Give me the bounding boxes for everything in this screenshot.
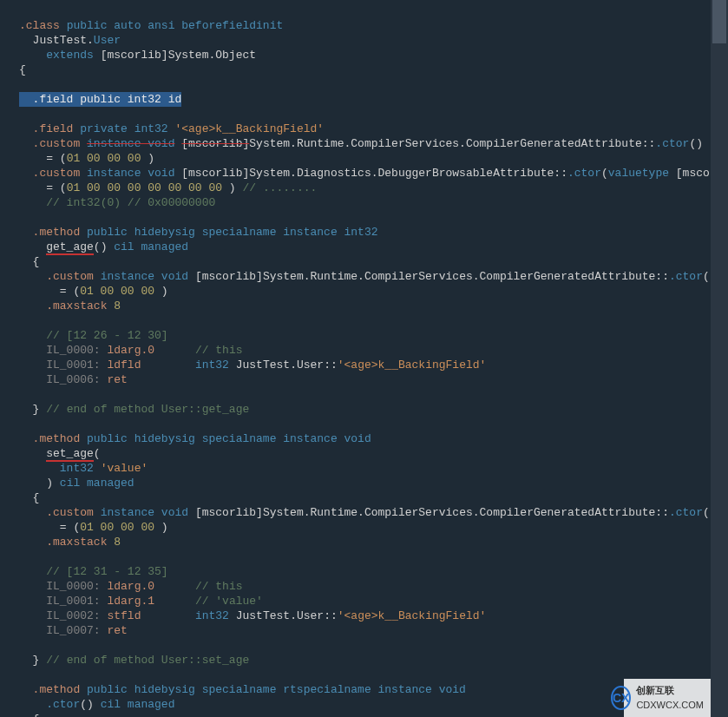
end: ) (222, 181, 236, 194)
eq: = ( (60, 285, 80, 298)
directive: .method (33, 683, 81, 696)
code-editor[interactable]: .class public auto ansi beforefieldinit … (0, 0, 711, 717)
modifiers: private int32 (80, 122, 167, 135)
ctor: .ctor (567, 167, 601, 180)
maxstack: .maxstack (46, 299, 107, 312)
end: ) (141, 152, 154, 165)
modifiers: public hidebysig specialname rtspecialna… (87, 683, 466, 696)
bytes: 01 00 00 00 (67, 152, 141, 165)
directive: .custom (46, 506, 94, 519)
end-comment: // end of method User::get_age (46, 403, 249, 416)
valuetype: valuetype (608, 167, 669, 180)
il-target: JustTest.User:: (236, 609, 338, 622)
attr-type: System.Runtime.CompilerServices.Compiler… (263, 270, 669, 283)
arg-name: 'value' (101, 462, 148, 475)
il-op: ldarg.0 (107, 580, 154, 593)
lib-ref: [mscorlib] (181, 137, 249, 150)
parens: () (689, 137, 703, 150)
il-label: IL_0000: (46, 580, 100, 593)
eq: = ( (46, 181, 66, 194)
ctor: .ctor (669, 506, 703, 519)
brace: { (33, 713, 40, 717)
attr-type: System.Diagnostics.DebuggerBrowsableAttr… (249, 167, 567, 180)
modifiers: instance void (87, 137, 174, 150)
il-label: IL_0002: (46, 609, 100, 622)
watermark-text: 创新互联 CDXWCX.COM (636, 683, 704, 713)
modifiers: instance void (101, 506, 188, 519)
selected-line: .field public int32 id (19, 92, 181, 107)
il-type: int32 (195, 358, 229, 372)
eq: = ( (60, 521, 80, 534)
vertical-scrollbar[interactable] (711, 0, 728, 717)
bytes: 01 00 00 00 00 00 00 00 (67, 181, 222, 194)
sig: () (80, 698, 94, 711)
sig: () (94, 240, 108, 253)
arg-type: int32 (60, 462, 94, 475)
il-field: '<age>k__BackingField' (338, 358, 487, 372)
brace: } (33, 654, 40, 667)
end: ) (154, 285, 168, 298)
brace: { (33, 255, 40, 268)
parens: () (703, 270, 711, 283)
paren: ( (94, 447, 101, 460)
attr-type: System.Runtime.CompilerServices.Compiler… (249, 137, 655, 150)
lib-ref: [mscorlib] (181, 167, 249, 180)
modifiers: instance void (101, 270, 188, 283)
directive: .field (33, 122, 74, 135)
lib-ref: [mscorlib] (195, 506, 263, 519)
cil: cil managed (101, 698, 175, 711)
namespace: JustTest (33, 34, 87, 47)
il-label: IL_0000: (46, 344, 100, 357)
ctor: .ctor (669, 270, 703, 283)
ctor-name: .ctor (46, 698, 80, 711)
il-label: IL_0006: (46, 373, 100, 386)
ctor: .ctor (655, 137, 689, 150)
scrollbar-thumb[interactable] (712, 0, 726, 43)
parens: () (703, 506, 711, 519)
range-comment: // [12 26 - 12 30] (46, 329, 167, 342)
brace: { (33, 491, 40, 504)
comment: // int32(0) // 0x00000000 (46, 196, 215, 209)
directive: .custom (46, 270, 94, 283)
cil: cil managed (114, 240, 188, 253)
il-target: JustTest.User:: (236, 358, 338, 372)
class-name: User (94, 34, 121, 47)
il-op: stfld (107, 609, 141, 622)
directive: .custom (33, 167, 81, 180)
bytes: 01 00 00 00 (80, 521, 154, 534)
attr-type: System.Runtime.CompilerServices.Compiler… (263, 506, 669, 519)
watermark: CX 创新互联 CDXWCX.COM (624, 679, 711, 717)
directive: .class (19, 19, 60, 32)
il-op: ldarg.0 (107, 344, 154, 357)
range-comment: // [12 31 - 12 35] (46, 565, 167, 578)
directive: .method (33, 226, 81, 239)
modifiers: public auto ansi beforefieldinit (67, 19, 284, 32)
comment: // ........ (242, 181, 317, 194)
maxstack-n: 8 (114, 299, 121, 312)
brace: } (33, 403, 40, 416)
il-label: IL_0001: (46, 595, 100, 608)
il-comment: // this (195, 344, 243, 357)
il-label: IL_0007: (46, 624, 100, 637)
lib-ref: [mscorlib] (195, 270, 263, 283)
il-label: IL_0001: (46, 358, 100, 372)
cil: cil managed (60, 477, 134, 490)
modifiers: public hidebysig specialname instance vo… (87, 432, 371, 445)
il-comment: // this (195, 580, 243, 593)
paren: ) (46, 477, 53, 490)
maxstack: .maxstack (46, 536, 107, 549)
method-name-get-age: get_age (46, 240, 94, 255)
eq: = ( (46, 152, 66, 165)
base-type: System.Object (168, 49, 256, 62)
brace: { (19, 63, 26, 76)
maxstack-n: 8 (114, 536, 121, 549)
il-op: ret (107, 373, 127, 386)
modifiers: instance void (87, 167, 174, 180)
directive: .custom (33, 137, 81, 150)
il-op: ldfld (107, 358, 141, 372)
lib-ref: [mscorlib] (676, 167, 711, 180)
field-name: '<age>k__BackingField' (174, 122, 324, 135)
il-field: '<age>k__BackingField' (338, 609, 487, 622)
method-name-set-age: set_age (46, 447, 94, 462)
extends-kw: extends (46, 49, 94, 62)
